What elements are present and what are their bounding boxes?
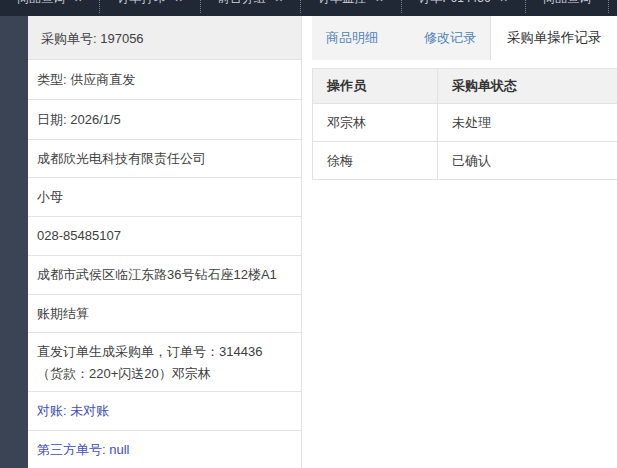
operator-column-header: 操作员 — [313, 69, 438, 104]
phone-row: 028-85485107 — [28, 217, 301, 256]
window-tab-order-p[interactable]: 订单P614456 ✕ — [402, 0, 526, 13]
tab-product-detail[interactable]: 商品明细 — [312, 16, 392, 60]
reconcile-status-row[interactable]: 对账: 未对账 — [28, 392, 301, 431]
table-row: 邓宗林 未处理 — [313, 104, 617, 142]
window-tab-product-query-2[interactable]: 商品查询 — [526, 0, 609, 13]
order-date-row: 日期: 2026/1/5 — [28, 100, 301, 140]
status-column-header: 采购单状态 — [438, 69, 617, 104]
tabbar-table-gap — [312, 60, 617, 68]
table-header-row: 操作员 采购单状态 — [313, 69, 617, 104]
main-content: 采购单号: 197056 类型: 供应商直发 日期: 2026/1/5 成都欣光… — [0, 16, 617, 468]
operation-log-table: 操作员 采购单状态 邓宗林 未处理 徐梅 已确认 — [312, 68, 617, 180]
left-rail — [0, 16, 28, 468]
window-tab-bar: 商品查询 ✕ 订单打印 ✕ 前台分组 ✕ 订单监控 ✕ 订单P614456 ✕ … — [0, 0, 617, 16]
window-tab-label: 订单P614456 — [419, 0, 491, 7]
order-note-line1: 直发订单生成采购单，订单号：314436 — [37, 341, 301, 363]
supplier-name-row: 成都欣光电科技有限责任公司 — [28, 140, 301, 178]
operator-cell: 邓宗林 — [313, 104, 438, 142]
close-icon[interactable]: ✕ — [500, 0, 508, 4]
status-cell: 已确认 — [438, 142, 617, 180]
table-row: 徐梅 已确认 — [313, 142, 617, 180]
detail-tab-bar: 商品明细 修改记录 采购单操作记录 — [312, 16, 617, 60]
right-pane: 商品明细 修改记录 采购单操作记录 操作员 采购单状态 邓宗林 未处理 徐梅 已… — [302, 16, 617, 468]
window-tabs: 商品查询 ✕ 订单打印 ✕ 前台分组 ✕ 订单监控 ✕ 订单P614456 ✕ … — [0, 0, 617, 13]
order-note-line2: （货款：220+闪送20）邓宗林 — [37, 363, 301, 385]
window-tab-order-monitor[interactable]: 订单监控 ✕ — [301, 0, 401, 13]
window-tab-label: 商品查询 — [543, 0, 591, 7]
order-note-row: 直发订单生成采购单，订单号：314436 （货款：220+闪送20）邓宗林 — [28, 333, 301, 392]
close-icon[interactable]: ✕ — [74, 0, 82, 4]
order-number-row: 采购单号: 197056 — [28, 16, 301, 60]
window-tab-label: 商品查询 — [17, 0, 65, 7]
operator-cell: 徐梅 — [313, 142, 438, 180]
window-tab-label: 订单监控 — [318, 0, 366, 7]
tab-purchase-order-operation-log[interactable]: 采购单操作记录 — [490, 16, 617, 60]
close-icon[interactable]: ✕ — [275, 0, 283, 4]
close-icon[interactable]: ✕ — [375, 0, 383, 4]
window-tab-product-query[interactable]: 商品查询 ✕ — [0, 0, 100, 13]
close-icon[interactable]: ✕ — [174, 0, 182, 4]
settlement-row: 账期结算 — [28, 295, 301, 333]
third-party-order-row[interactable]: 第三方单号: null — [28, 431, 301, 468]
tab-modification-log[interactable]: 修改记录 — [410, 16, 490, 60]
purchase-order-detail-panel: 采购单号: 197056 类型: 供应商直发 日期: 2026/1/5 成都欣光… — [28, 16, 302, 468]
address-row: 成都市武侯区临江东路36号钻石座12楼A1 — [28, 256, 301, 295]
order-type-row: 类型: 供应商直发 — [28, 60, 301, 100]
contact-name-row: 小母 — [28, 178, 301, 217]
window-tab-order-print[interactable]: 订单打印 ✕ — [100, 0, 200, 13]
window-tab-front-group[interactable]: 前台分组 ✕ — [201, 0, 301, 13]
window-tab-label: 前台分组 — [218, 0, 266, 7]
window-tab-label: 订单打印 — [117, 0, 165, 7]
status-cell: 未处理 — [438, 104, 617, 142]
